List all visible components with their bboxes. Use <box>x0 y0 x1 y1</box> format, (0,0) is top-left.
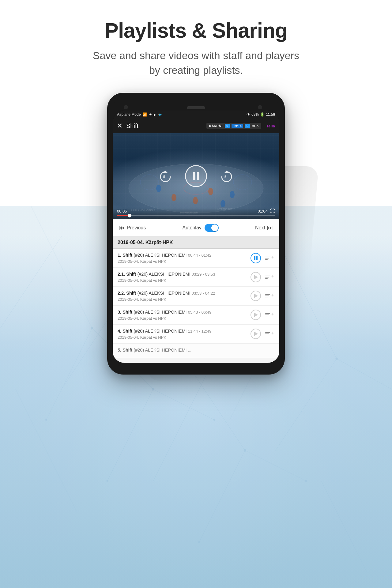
forward-button[interactable]: 5 <box>219 169 234 183</box>
item-number: 5. <box>118 348 123 352</box>
plus-icon: + <box>271 292 274 299</box>
phone-screen: Airplane Mode 📶 ✈ ▶ 🐦 👁 69% 🔋 11:56 <box>113 111 279 363</box>
scoreboard: KÄRPÄT 0 19:14 0 HPK <box>206 123 261 129</box>
progress-area: 00:05 01:04 ⛶ <box>113 208 279 219</box>
play-pause-button[interactable] <box>251 253 261 263</box>
phone-bottom <box>113 358 279 363</box>
playlist-item[interactable]: 3. Shift (#20) ALEKSI HEPONIEMI 05:43 - … <box>113 306 279 325</box>
menu-line <box>265 334 269 334</box>
playlist-item[interactable]: 2.1. Shift (#20) ALEKSI HEPONIEMI 03:29 … <box>113 268 279 287</box>
plus-icon: + <box>271 311 274 318</box>
add-to-playlist-button[interactable]: + <box>265 331 274 337</box>
play-button[interactable] <box>251 291 261 301</box>
playlist-item-title: 2.2. Shift (#20) ALEKSI HEPONIEMI 03:53 … <box>118 290 247 296</box>
playlist-item-title: 1. Shift (#20) ALEKSI HEPONIEMI 00:44 - … <box>118 252 247 258</box>
play-triangle-icon <box>254 332 258 336</box>
front-camera-right <box>258 105 262 109</box>
item-title-bold: Shift <box>123 253 132 258</box>
playlist-item[interactable]: 2.2. Shift (#20) ALEKSI HEPONIEMI 03:53 … <box>113 287 279 306</box>
svg-point-21 <box>213 419 215 421</box>
playback-controls: 5 5 <box>158 165 234 187</box>
status-left: Airplane Mode 📶 ✈ ▶ 🐦 <box>117 112 162 117</box>
pause-mini-icon <box>254 256 258 260</box>
add-to-playlist-button[interactable]: + <box>265 312 274 318</box>
play-triangle-icon <box>254 275 258 279</box>
add-to-playlist-button[interactable]: + <box>265 293 274 299</box>
item-title-rest: (#20) ALEKSI HEPONIEMI <box>132 253 187 258</box>
menu-line <box>265 332 270 333</box>
score1: 0 <box>225 124 230 128</box>
svg-point-36 <box>230 191 235 198</box>
item-number: 3. <box>118 310 123 315</box>
playlist-item-actions: + <box>251 253 274 263</box>
svg-point-24 <box>45 419 47 421</box>
menu-line <box>265 259 268 260</box>
autoplay-toggle[interactable] <box>205 224 219 232</box>
menu-line <box>265 297 268 297</box>
add-to-playlist-button[interactable]: + <box>265 255 274 261</box>
toggle-knob <box>211 224 218 231</box>
playlist-item-info: 1. Shift (#20) ALEKSI HEPONIEMI 00:44 - … <box>118 252 247 264</box>
svg-point-20 <box>152 388 154 390</box>
item-number: 4. <box>118 329 123 334</box>
menu-line <box>265 296 269 296</box>
previous-label: Previous <box>127 225 146 231</box>
menu-line <box>265 276 270 276</box>
phone-speaker <box>187 106 205 109</box>
menu-line <box>265 257 270 257</box>
playlist-item-actions: + <box>251 329 274 339</box>
playlist-item[interactable]: 5. Shift (#20) ALEKSI HEPONIEMI ... <box>113 344 279 358</box>
svg-point-27 <box>305 480 307 482</box>
item-number: 2.1. <box>118 272 126 277</box>
playlist-item-actions: + <box>251 272 274 282</box>
svg-point-33 <box>172 194 176 201</box>
play-button[interactable] <box>251 272 261 282</box>
plus-icon: + <box>271 330 274 337</box>
page-content: Playlists & Sharing Save and share video… <box>0 0 392 375</box>
pause-mini-bar-1 <box>254 256 255 260</box>
item-title-bold: Shift <box>126 291 136 296</box>
fullscreen-button[interactable]: ⛶ <box>270 208 275 214</box>
autoplay-section: Autoplay <box>183 224 219 232</box>
play-button[interactable] <box>251 310 261 320</box>
rewind-button[interactable]: 5 <box>158 169 173 183</box>
menu-line <box>265 258 269 258</box>
video-header: ✕ Shift KÄRPÄT 0 19:14 0 HPK Telia <box>113 119 279 133</box>
playlist-item[interactable]: 1. Shift (#20) ALEKSI HEPONIEMI 00:44 - … <box>113 249 279 268</box>
playlist-item-info: 5. Shift (#20) ALEKSI HEPONIEMI ... <box>118 347 274 354</box>
previous-button[interactable]: ⏮ Previous <box>119 224 146 231</box>
score2: 0 <box>245 124 250 128</box>
item-time: 03:29 - 03:53 <box>192 272 215 277</box>
close-button[interactable]: ✕ <box>117 123 123 129</box>
playlist-item-title: 2.1. Shift (#20) ALEKSI HEPONIEMI 03:29 … <box>118 271 247 277</box>
plus-icon: + <box>271 254 274 261</box>
item-time: 05:43 - 06:49 <box>188 310 212 315</box>
front-camera-left <box>124 105 128 109</box>
playlist-item-subtitle: 2019-05-04. Kärpät vs HPK <box>118 278 247 283</box>
battery-percent: 69% <box>251 112 259 117</box>
playlist-item[interactable]: 4. Shift (#20) ALEKSI HEPONIEMI 11:44 - … <box>113 325 279 344</box>
menu-line <box>265 316 268 316</box>
progress-thumb <box>128 214 131 217</box>
item-title-rest: (#20) ALEKSI HEPONIEMI <box>136 272 190 277</box>
add-to-playlist-button[interactable]: + <box>265 274 274 280</box>
time-total: 01:04 <box>258 209 268 213</box>
play-triangle-icon <box>254 313 258 317</box>
svg-point-38 <box>221 200 225 207</box>
playlist-item-info: 4. Shift (#20) ALEKSI HEPONIEMI 11:44 - … <box>118 328 247 340</box>
status-right: 👁 69% 🔋 11:56 <box>247 112 275 117</box>
video-player[interactable]: LAPLAND HOTELS HAMBURGER INTERSPORT 5 <box>113 133 279 219</box>
pause-icon <box>193 172 199 180</box>
next-button[interactable]: Next ⏭ <box>255 224 273 231</box>
item-title-bold: Shift <box>123 310 132 315</box>
page-subheadline: Save and share videos with staff and pla… <box>89 48 303 77</box>
progress-track[interactable] <box>117 215 275 216</box>
svg-text:5: 5 <box>163 175 165 179</box>
item-title-bold: Shift <box>126 272 136 277</box>
item-title-rest: (#20) ALEKSI HEPONIEMI <box>132 310 187 315</box>
svg-point-37 <box>193 197 198 204</box>
next-label: Next <box>255 225 265 231</box>
pause-button[interactable] <box>185 165 207 187</box>
next-icon: ⏭ <box>267 224 273 231</box>
play-button[interactable] <box>251 329 261 339</box>
